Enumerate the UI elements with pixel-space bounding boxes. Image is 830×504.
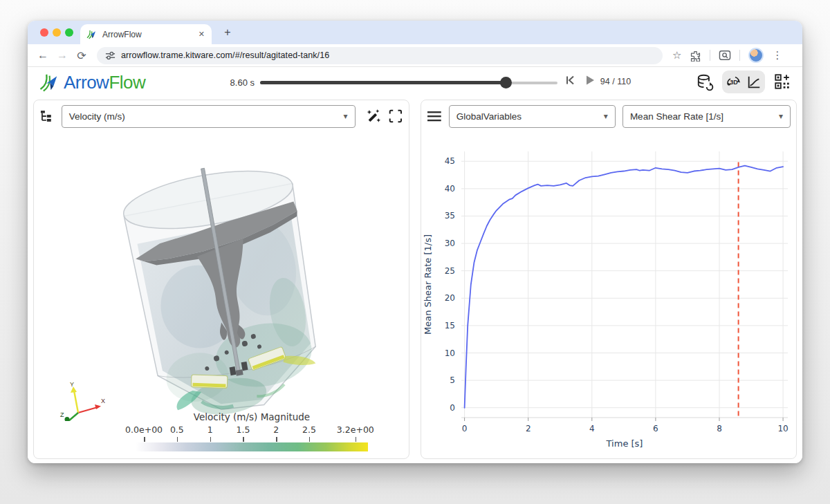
back-icon[interactable]: ← [33,49,53,62]
y-tick-label: 45 [445,156,455,166]
legend-tick-label: 1 [208,424,213,435]
window-close-button[interactable] [40,28,48,37]
browser-tab-arrowflow[interactable]: ArrowFlow ✕ [80,24,212,44]
toolbar-actions: ☆ ⋮ [672,48,782,63]
svg-text:3D: 3D [730,79,739,86]
y-tick-label: 30 [445,239,455,248]
arrowflow-logo-icon [39,72,59,93]
legend-tick-label: 2.5 [302,424,316,435]
legend-tick-mark [243,437,244,442]
toggle-chart-view-icon[interactable] [746,75,762,90]
extensions-icon[interactable] [690,50,701,62]
agitated-tank-render [118,153,330,421]
x-tick-label: 4 [589,424,595,433]
chart-area[interactable]: 0510152025303540450246810Time [s]Mean Sh… [421,132,797,458]
main-content: Velocity (m/s) ▾ [28,97,802,463]
window-zoom-button[interactable] [65,28,73,37]
file-tree-icon[interactable] [39,109,55,123]
legend-tick-label: 0.5 [170,424,184,435]
variable-select-value: Mean Shear Rate [1/s] [630,111,773,122]
tab-strip: ArrowFlow ✕ + [28,21,802,44]
x-axis-title: Time [s] [606,438,643,449]
url-text: arrowflow.trame.kitware.com/#/result/agi… [121,50,329,60]
y-tick-label: 20 [445,293,455,303]
toggle-3d-view-icon[interactable]: 3D [726,74,742,91]
field-select[interactable]: Velocity (m/s) ▾ [62,105,356,128]
new-tab-button[interactable]: + [220,26,235,39]
toolbar-divider [710,50,710,61]
auto-apply-wand-icon[interactable] [365,108,382,124]
arrowflow-logo: ArrowFlow [39,72,145,93]
y-tick-label: 35 [445,211,455,221]
arrowflow-favicon [86,29,97,40]
legend-ticks: 0.0e+000.511.522.53.2e+00 [136,424,368,442]
forward-icon[interactable]: → [53,49,72,62]
x-tick-label: 2 [526,424,531,433]
browser-menu-icon[interactable]: ⋮ [772,49,782,62]
slider-knob[interactable] [500,77,512,88]
x-tick-label: 6 [653,424,658,433]
legend-tick-mark [309,437,311,442]
y-tick-label: 15 [445,321,455,330]
time-slider[interactable] [260,75,557,89]
menu-icon[interactable] [427,110,442,122]
chart-panel: GlobalVariables ▾ Mean Shear Rate [1/s] … [421,100,797,459]
slider-fill [260,81,506,84]
legend-tick-mark [177,437,178,442]
tab-title: ArrowFlow [102,30,197,39]
y-axis-title: Mean Shear Rate [1/s] [423,234,433,335]
axis-y-label: Y [70,381,74,388]
legend-tick-mark [356,437,357,442]
y-tick-label: 0 [450,403,455,413]
legend-colorbar [136,442,368,451]
legend-tick-label: 2 [273,424,279,435]
legend-tick-label: 3.2e+00 [337,424,374,435]
logo-text-arrow: Arrow [64,72,109,93]
mean-shear-rate-line [465,166,783,408]
viewport-3d[interactable]: X Y Z [34,131,410,421]
legend-tick-mark [276,437,277,442]
chevron-down-icon: ▾ [779,111,783,121]
axis-x-label: X [101,398,105,404]
axis-z-label: Z [60,411,64,418]
orientation-axes-gizmo[interactable]: X Y Z [60,381,105,421]
table-select[interactable]: GlobalVariables ▾ [449,105,616,128]
site-settings-icon[interactable] [105,50,116,61]
x-tick-label: 10 [777,424,788,433]
variable-select[interactable]: Mean Shear Rate [1/s] ▾ [622,105,791,128]
y-tick-label: 10 [445,348,455,358]
x-tick-label: 8 [717,424,722,433]
field-select-value: Velocity (m/s) [69,111,338,122]
tab-search-icon[interactable] [719,50,731,61]
view-toggle-group: 3D [722,71,765,93]
reload-icon[interactable]: ⟳ [72,49,91,62]
bookmark-star-icon[interactable]: ☆ [672,49,681,62]
chevron-down-icon: ▾ [604,111,608,121]
view3d-panel: Velocity (m/s) ▾ [33,100,409,459]
qr-add-icon[interactable] [773,73,791,91]
logo-text-flow: Flow [109,72,145,93]
address-bar[interactable]: arrowflow.trame.kitware.com/#/result/agi… [97,47,663,64]
data-refresh-icon[interactable] [696,73,714,91]
frame-counter: 94 / 110 [593,77,638,86]
current-time-label: 8.60 s [214,77,255,88]
scalar-bar-legend: Velocity (m/s) Magnitude 0.0e+000.511.52… [136,411,368,451]
y-tick-label: 5 [450,375,455,385]
window-minimize-button[interactable] [53,28,61,37]
browser-window: ArrowFlow ✕ + ← → ⟳ arrowflow.trame.kitw… [28,21,802,463]
x-tick-label: 0 [462,424,468,433]
legend-tick-mark [144,437,145,442]
skip-to-start-button[interactable] [564,74,577,86]
view3d-toolbar: Velocity (m/s) ▾ [34,100,409,132]
chart-toolbar: GlobalVariables ▾ Mean Shear Rate [1/s] … [421,100,796,132]
reset-camera-icon[interactable] [388,109,403,124]
legend-tick-mark [210,437,212,442]
browser-toolbar: ← → ⟳ arrowflow.trame.kitware.com/#/resu… [28,44,802,67]
legend-title: Velocity (m/s) Magnitude [136,411,368,422]
table-select-value: GlobalVariables [456,111,598,122]
profile-avatar[interactable] [748,48,764,63]
shear-rate-chart[interactable]: 0510152025303540450246810Time [s]Mean Sh… [421,132,797,458]
y-tick-label: 40 [445,184,455,194]
tab-close-icon[interactable]: ✕ [197,30,206,39]
legend-tick-label: 1.5 [236,424,250,435]
